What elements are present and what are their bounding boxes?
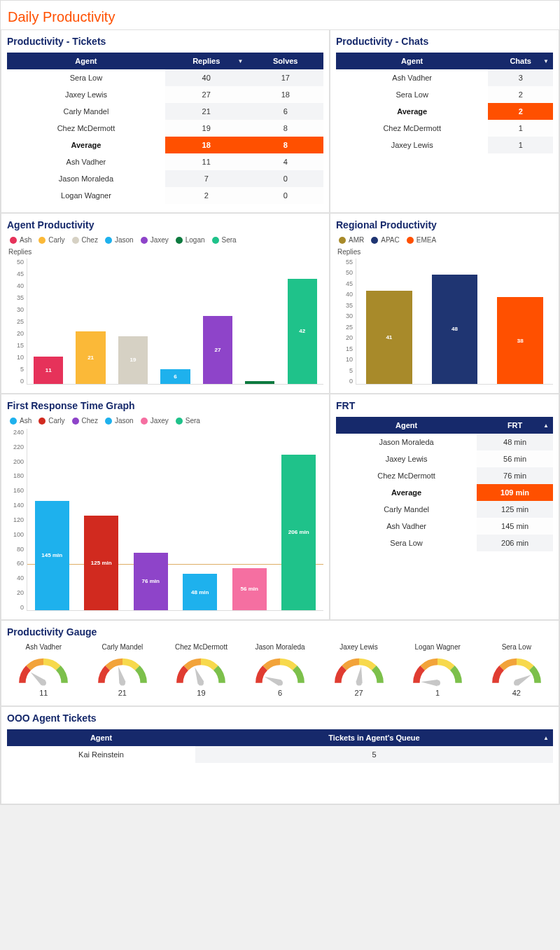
legend-item: Ash xyxy=(10,236,31,244)
legend-swatch-icon xyxy=(141,418,148,425)
bar-value-label: 41 xyxy=(386,334,392,340)
bar[interactable]: 6 xyxy=(160,369,190,384)
gauge-row: Ash Vadher11Carly Mandel21Chez McDermott… xyxy=(7,643,553,697)
table-row: Logan Wagner20 xyxy=(7,187,323,204)
panel-gauge: Productivity Gauge Ash Vadher11Carly Man… xyxy=(1,620,559,706)
y-tick: 0 xyxy=(336,378,353,385)
table-row: Sera Low2 xyxy=(336,86,553,103)
legend-label: Logan xyxy=(186,236,205,244)
svg-point-1 xyxy=(120,680,125,686)
bar[interactable]: 38 xyxy=(497,297,543,384)
column-header[interactable]: Agent xyxy=(7,53,165,69)
table-row: Sera Low4017 xyxy=(7,69,323,86)
legend-label: Jason xyxy=(115,236,134,244)
bar[interactable]: 41 xyxy=(366,291,412,384)
value-cell: 109 min xyxy=(477,484,553,501)
panel-title-chats: Productivity - Chats xyxy=(336,36,553,47)
column-header[interactable]: Chats▼ xyxy=(488,53,553,69)
legend-swatch-icon xyxy=(212,237,219,244)
ooo-table: AgentTickets in Agent's Queue▲ Kai Reins… xyxy=(7,729,553,763)
sort-asc-icon: ▲ xyxy=(543,422,549,429)
y-tick: 20 xyxy=(336,334,353,341)
y-tick: 35 xyxy=(336,302,353,309)
bar[interactable]: 42 xyxy=(288,279,317,384)
table-row: Jaxey Lewis2718 xyxy=(7,86,323,103)
y-tick: 80 xyxy=(7,546,24,553)
bar[interactable]: 56 min xyxy=(232,568,267,610)
column-header[interactable]: FRT▲ xyxy=(477,417,553,434)
bar[interactable]: 145 min xyxy=(35,501,69,610)
gauge-value: 42 xyxy=(479,689,553,697)
table-row: Jason Moraleda48 min xyxy=(336,434,553,450)
column-header[interactable]: Replies▼ xyxy=(165,53,248,69)
bar-value-label: 76 min xyxy=(142,578,160,584)
gauge: Jaxey Lewis27 xyxy=(322,643,396,697)
legend-swatch-icon xyxy=(407,237,414,244)
legend-label: APAC xyxy=(381,236,400,244)
bar[interactable]: 19 xyxy=(118,336,148,384)
bar[interactable]: 125 min xyxy=(84,516,118,610)
gauge-name: Carly Mandel xyxy=(86,643,160,651)
legend-item: Ash xyxy=(10,417,31,425)
column-header[interactable]: Agent xyxy=(336,417,477,434)
gauge-value: 21 xyxy=(86,689,160,697)
bar-slot: 41 xyxy=(356,259,422,384)
bar[interactable]: 48 xyxy=(432,275,478,384)
y-tick: 15 xyxy=(7,342,24,349)
y-tick: 60 xyxy=(7,560,24,567)
bar[interactable] xyxy=(245,381,274,384)
svg-point-6 xyxy=(514,680,519,686)
y-axis: 0510152025303540455055 xyxy=(336,259,356,385)
legend-label: Sera xyxy=(222,236,237,244)
legend-swatch-icon xyxy=(38,418,46,425)
table-row: Ash Vadher3 xyxy=(336,69,553,86)
y-tick: 20 xyxy=(7,330,24,337)
value-cell: 5 xyxy=(195,746,553,763)
bar-value-label: 38 xyxy=(517,338,524,344)
bar[interactable]: 27 xyxy=(203,316,232,384)
bar[interactable]: 48 min xyxy=(183,574,217,610)
legend-item: Jaxey xyxy=(141,236,169,244)
value-cell: 18 xyxy=(248,86,323,103)
agent-cell: Ash Vadher xyxy=(336,69,488,86)
y-tick: 40 xyxy=(7,574,24,581)
chats-table: AgentChats▼ Ash Vadher3Sera Low2Average2… xyxy=(336,53,553,153)
y-tick: 15 xyxy=(336,345,353,352)
bar[interactable]: 11 xyxy=(34,357,63,384)
bar[interactable]: 76 min xyxy=(134,553,168,610)
bar-value-label: 125 min xyxy=(91,560,112,566)
column-header[interactable]: Tickets in Agent's Queue▲ xyxy=(195,729,553,746)
y-tick: 35 xyxy=(7,294,24,301)
agent-cell: Kai Reinstein xyxy=(7,746,195,763)
agent-cell: Jason Moraleda xyxy=(336,434,477,450)
bar[interactable]: 206 min xyxy=(281,455,316,610)
y-tick: 40 xyxy=(7,282,24,289)
frt-chart: 020406080100120140160180200220240145 min… xyxy=(7,429,323,611)
legend-label: Chez xyxy=(82,417,98,425)
legend-label: Jaxey xyxy=(150,417,169,425)
legend-item: Carly xyxy=(38,417,64,425)
legend-label: Ash xyxy=(20,417,31,425)
legend-item: EMEA xyxy=(407,236,436,244)
legend-item: Sera xyxy=(176,417,200,425)
bar-slot: 11 xyxy=(27,259,69,384)
agent-cell: Logan Wagner xyxy=(7,187,165,204)
bar-slot: 48 xyxy=(422,259,488,384)
column-header[interactable]: Agent xyxy=(7,729,195,746)
value-cell: 56 min xyxy=(477,450,553,467)
frt-table: AgentFRT▲ Jason Moraleda48 minJaxey Lewi… xyxy=(336,417,553,551)
panel-title-tickets: Productivity - Tickets xyxy=(7,36,323,47)
page-title: Daily Productivity xyxy=(1,1,559,29)
column-header[interactable]: Agent xyxy=(336,53,488,69)
agent-cell: Chez McDermott xyxy=(336,467,477,484)
value-cell: 18 xyxy=(165,137,248,153)
agent-cell: Jaxey Lewis xyxy=(336,450,477,467)
y-tick: 0 xyxy=(7,378,24,385)
plot-area: 145 min125 min76 min48 min56 min206 min xyxy=(27,429,323,611)
bar[interactable]: 21 xyxy=(76,331,105,384)
y-tick: 120 xyxy=(7,516,24,523)
bar-value-label: 48 min xyxy=(191,589,209,596)
y-axis-label-regional: Replies xyxy=(337,248,553,256)
column-header[interactable]: Solves xyxy=(248,53,323,69)
panel-title-agent-prod: Agent Productivity xyxy=(7,219,323,230)
